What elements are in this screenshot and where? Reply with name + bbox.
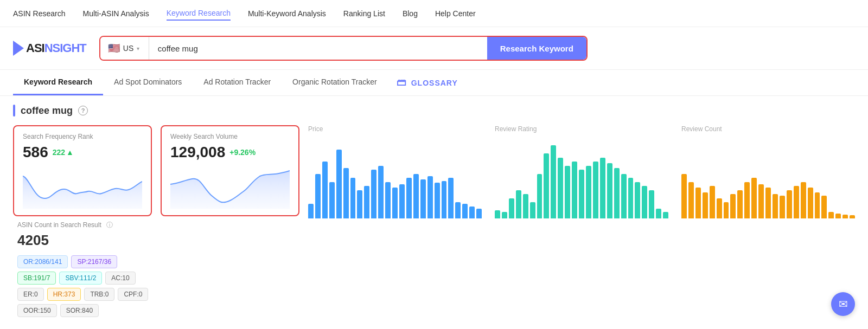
rating-bar (642, 186, 647, 218)
glossary-button[interactable]: 🗃 GLOSSARY (397, 77, 458, 88)
badge-hr: HR:373 (47, 288, 81, 301)
nav-ranking-list[interactable]: Ranking List (343, 7, 385, 20)
rating-bar (516, 190, 521, 219)
wsv-change: +9.26% (229, 148, 256, 157)
count-bar (815, 192, 820, 218)
count-bar (744, 182, 750, 219)
price-bar (448, 178, 454, 218)
country-selector[interactable]: 🇺🇸 US ▾ (100, 37, 149, 60)
keyword-name: coffee mug (21, 105, 73, 117)
count-bar (794, 186, 799, 218)
nav-help-center[interactable]: Help Center (435, 7, 476, 20)
badges-row-1: OR:2086/141 SP:2167/36 (17, 255, 295, 268)
count-bar (850, 215, 855, 218)
asin-help-icon[interactable]: ⓘ (106, 221, 113, 229)
keyword-title: coffee mug ? (13, 105, 855, 117)
tab-keyword-research[interactable]: Keyword Research (13, 70, 103, 95)
rating-bar (656, 209, 661, 218)
rating-bar (600, 158, 605, 219)
search-box: 🇺🇸 US ▾ Research Keyword (99, 36, 588, 61)
price-bar (385, 182, 391, 219)
badge-sor: SOR:840 (60, 304, 99, 317)
tab-ad-rotation-tracker[interactable]: Ad Rotation Tracker (193, 70, 282, 95)
badges-row-2: SB:191/7 SBV:111/2 AC:10 (17, 272, 295, 285)
sfr-up-arrow-icon: ▲ (66, 148, 74, 157)
badge-or: OR:2086/141 (17, 255, 68, 268)
count-bar (835, 214, 841, 218)
price-bar-chart (308, 137, 482, 218)
research-keyword-button[interactable]: Research Keyword (487, 37, 586, 60)
country-label: US (123, 44, 133, 53)
rating-bar (565, 166, 570, 219)
count-bar (695, 188, 701, 218)
content-area: coffee mug ? Search Frequency Rank 586 2… (0, 96, 868, 326)
price-bar (343, 168, 349, 218)
rating-bar (649, 190, 654, 219)
header-row: ASINSIGHT 🇺🇸 US ▾ Research Keyword (0, 27, 868, 70)
rating-bar (628, 178, 634, 218)
rating-bar (621, 174, 627, 219)
nav-blog[interactable]: Blog (403, 7, 418, 20)
price-bar (469, 207, 475, 219)
chevron-down-icon: ▾ (137, 46, 139, 51)
count-bar (724, 202, 729, 218)
price-bar (364, 186, 369, 218)
asin-count-label: ASIN Count in Search Result ⓘ (17, 221, 295, 230)
wsv-sparkline (170, 165, 290, 209)
count-bar (717, 198, 722, 219)
rating-bar (579, 170, 584, 218)
count-bar (688, 182, 694, 219)
count-bar (821, 196, 827, 218)
nav-multi-asin[interactable]: Multi-ASIN Analysis (82, 7, 149, 20)
rating-bar (607, 163, 612, 218)
logo-text: ASINSIGHT (26, 41, 86, 55)
glossary-icon: 🗃 (397, 77, 407, 88)
count-bar (758, 184, 764, 218)
stats-main: Search Frequency Rank 586 222 ▲ (13, 125, 855, 317)
chat-icon: ✉ (839, 298, 848, 311)
logo: ASINSIGHT (13, 41, 86, 56)
badge-oor: OOR:150 (17, 304, 57, 317)
nav-keyword-research[interactable]: Keyword Research (167, 7, 231, 21)
us-flag-icon: 🇺🇸 (108, 42, 120, 54)
sfr-label: Search Frequency Rank (23, 133, 142, 140)
help-icon[interactable]: ? (78, 106, 88, 115)
count-bar (801, 182, 806, 219)
badge-sp: SP:2167/36 (71, 255, 117, 268)
count-bar (773, 194, 778, 218)
rating-bar (530, 202, 535, 218)
count-bar (710, 186, 715, 218)
rating-bar (523, 194, 528, 218)
price-bar (455, 202, 461, 218)
glossary-label: GLOSSARY (411, 79, 458, 87)
price-bar (427, 176, 433, 218)
tab-organic-rotation-tracker[interactable]: Organic Rotation Tracker (282, 70, 388, 95)
price-bar (399, 184, 405, 218)
review-count-chart-col: Review Count (681, 125, 855, 218)
badge-ac: AC:10 (105, 272, 135, 285)
rating-bar (558, 158, 563, 219)
chat-fab-button[interactable]: ✉ (831, 292, 855, 316)
count-bar (703, 192, 708, 218)
tab-ad-spot-dominators[interactable]: Ad Spot Dominators (103, 70, 193, 95)
search-input[interactable] (149, 44, 487, 53)
sfr-chart (23, 165, 142, 209)
logo-arrow-icon (13, 41, 24, 56)
rating-bar (495, 210, 500, 218)
nav-multi-keyword[interactable]: Multi-Keyword Analysis (248, 7, 326, 20)
review-count-chart-title: Review Count (681, 125, 855, 133)
review-rating-bar-chart (495, 137, 668, 218)
weekly-search-volume-card: Weekly Search Volume 129,008 +9.26% (161, 125, 299, 216)
price-bar (336, 150, 342, 219)
price-bar (420, 179, 426, 218)
price-bar (357, 190, 362, 219)
metrics-row: Search Frequency Rank 586 222 ▲ (13, 125, 299, 216)
count-bar (787, 190, 792, 219)
charts-area: Price (299, 125, 855, 218)
badge-er: ER:0 (17, 288, 44, 301)
nav-asin-research[interactable]: ASIN Research (13, 7, 65, 20)
wsv-change-value: +9.26% (229, 148, 256, 157)
price-bar (406, 178, 412, 218)
price-bar (476, 209, 482, 218)
rating-bar (544, 153, 549, 218)
